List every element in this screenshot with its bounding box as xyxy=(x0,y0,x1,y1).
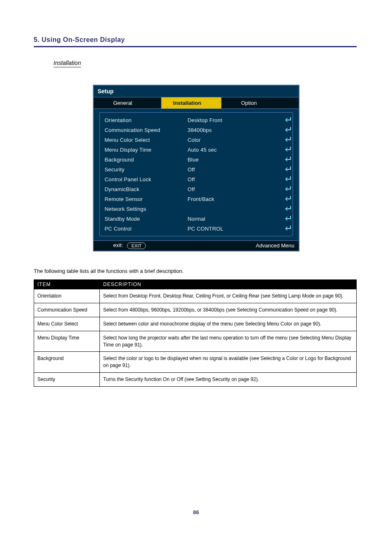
osd-footer: exit: EXIT Advanced Menu xyxy=(93,240,300,252)
section-heading: 5. Using On-Screen Display xyxy=(34,36,358,44)
enter-icon xyxy=(279,127,291,133)
item-label: PC Control xyxy=(101,226,188,232)
table-row: Orientation Select from Desktop Front, D… xyxy=(34,289,357,303)
item-value: Desktop Front xyxy=(188,117,279,123)
item-value: Blue xyxy=(188,157,279,163)
exit-button[interactable]: EXIT xyxy=(127,242,146,249)
heading-rule xyxy=(34,46,357,47)
table-cell-desc: Select from Desktop Front, Desktop Rear,… xyxy=(100,289,357,303)
enter-icon xyxy=(279,117,291,123)
menu-item-network-settings[interactable]: Network Settings xyxy=(101,204,291,214)
table-cell-item: Menu Display Time xyxy=(34,331,100,352)
table-row: Security Turns the Security function On … xyxy=(34,373,357,387)
enter-icon xyxy=(279,166,291,173)
enter-icon xyxy=(279,226,291,232)
table-cell-desc: Select between color and monochrome disp… xyxy=(100,317,357,331)
menu-item-menu-display-time[interactable]: Menu Display Time Auto 45 sec xyxy=(101,145,291,155)
menu-item-communication-speed[interactable]: Communication Speed 38400bps xyxy=(101,125,291,135)
enter-icon xyxy=(279,216,291,222)
item-label: Orientation xyxy=(101,117,188,123)
table-row: Background Select the color or logo to b… xyxy=(34,352,357,373)
item-value: Normal xyxy=(188,216,279,222)
enter-icon xyxy=(279,157,291,163)
subsection-heading: Installation xyxy=(53,60,81,67)
menu-item-orientation[interactable]: Orientation Desktop Front xyxy=(101,115,291,125)
enter-icon xyxy=(279,186,291,192)
tab-option[interactable]: Option xyxy=(221,97,299,108)
item-value: Front/Back xyxy=(188,196,279,202)
enter-icon xyxy=(279,206,291,212)
functions-table: ITEM DESCRIPTION Orientation Select from… xyxy=(34,279,357,386)
table-cell-desc: Select how long the projector waits afte… xyxy=(100,331,357,352)
item-label: Security xyxy=(101,166,188,173)
item-label: Standby Mode xyxy=(101,216,188,222)
advanced-menu-label: Advanced Menu xyxy=(256,242,295,249)
menu-item-remote-sensor[interactable]: Remote Sensor Front/Back xyxy=(101,194,291,204)
item-value: Auto 45 sec xyxy=(188,147,279,153)
table-header-item: ITEM xyxy=(34,280,100,289)
item-label: Menu Display Time xyxy=(101,147,188,153)
item-label: Network Settings xyxy=(101,206,188,212)
table-cell-item: Communication Speed xyxy=(34,303,100,317)
item-value: Color xyxy=(188,137,279,143)
item-label: Communication Speed xyxy=(101,127,188,133)
menu-item-standby-mode[interactable]: Standby Mode Normal xyxy=(101,214,291,224)
item-label: Background xyxy=(101,157,188,163)
item-value: Off xyxy=(188,176,279,182)
item-value: Off xyxy=(188,186,279,192)
table-cell-item: Menu Color Select xyxy=(34,317,100,331)
menu-item-pc-control[interactable]: PC Control PC CONTROL xyxy=(101,224,291,233)
item-value: Off xyxy=(188,166,279,173)
enter-icon xyxy=(279,147,291,153)
menu-item-control-panel-lock[interactable]: Control Panel Lock Off xyxy=(101,174,291,184)
item-label: Control Panel Lock xyxy=(101,176,188,182)
enter-icon xyxy=(279,137,291,143)
table-cell-desc: Select from 4800bps, 9600bps, 19200bps, … xyxy=(100,303,357,317)
osd-tabs: General Installation Option xyxy=(94,97,299,109)
table-row: Menu Display Time Select how long the pr… xyxy=(34,331,357,352)
table-cell-desc: Turns the Security function On or Off (s… xyxy=(100,373,357,387)
table-row: Communication Speed Select from 4800bps,… xyxy=(34,303,357,317)
menu-item-dynamicblack[interactable]: DynamicBlack Off xyxy=(101,184,291,194)
item-value: 38400bps xyxy=(188,127,279,133)
item-label: DynamicBlack xyxy=(101,186,188,192)
tab-installation[interactable]: Installation xyxy=(161,97,221,108)
table-row: Menu Color Select Select between color a… xyxy=(34,317,357,331)
page-number: 86 xyxy=(0,509,392,515)
table-cell-desc: Select the color or logo to be displayed… xyxy=(100,352,357,373)
menu-item-background[interactable]: Background Blue xyxy=(101,155,291,164)
table-description: The following table lists all the functi… xyxy=(34,268,358,275)
osd-panel: Setup General Installation Option Orient… xyxy=(93,85,300,252)
osd-title: Setup xyxy=(94,85,299,97)
table-cell-item: Background xyxy=(34,352,100,373)
menu-item-security[interactable]: Security Off xyxy=(101,164,291,174)
enter-icon xyxy=(279,176,291,182)
tab-general[interactable]: General xyxy=(94,97,162,108)
item-label: Remote Sensor xyxy=(101,196,188,202)
table-header-description: DESCRIPTION xyxy=(100,280,357,289)
exit-label: exit: xyxy=(113,242,123,248)
item-label: Menu Color Select xyxy=(101,137,188,143)
table-cell-item: Security xyxy=(34,373,100,387)
menu-item-menu-color-select[interactable]: Menu Color Select Color xyxy=(101,135,291,145)
item-value: PC CONTROL xyxy=(188,226,279,232)
table-cell-item: Orientation xyxy=(34,289,100,303)
enter-icon xyxy=(279,196,291,202)
